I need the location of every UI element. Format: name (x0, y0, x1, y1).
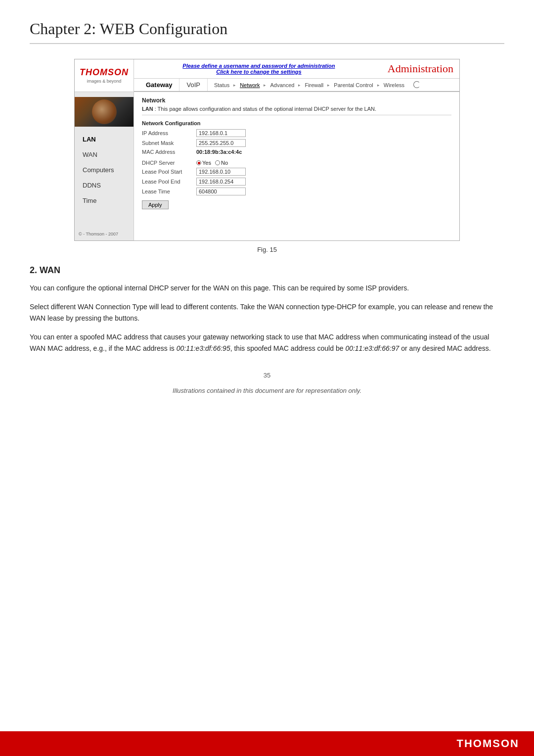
thomson-logo-area: THOMSON images & beyond (75, 59, 134, 92)
sidebar-avatar (92, 99, 117, 124)
nav-network[interactable]: Network (238, 82, 261, 88)
nav-advanced[interactable]: Advanced (268, 82, 296, 88)
thomson-logo-sub: images & beyond (80, 79, 129, 84)
tab-gateway[interactable]: Gateway (139, 79, 179, 91)
dhcp-label: DHCP Server (142, 160, 196, 166)
sidebar-item-lan[interactable]: LAN (75, 132, 134, 147)
lease-start-input[interactable] (196, 168, 246, 176)
dhcp-yes-option[interactable]: Yes (196, 160, 211, 166)
nav-firewall[interactable]: Firewall (303, 82, 325, 88)
admin-banner: Please define a username and password fo… (134, 59, 459, 79)
config-row-lease-start: Lease Pool Start (142, 168, 451, 176)
mac-italic-2: 00:11:e3:df:66:97 (345, 344, 399, 352)
nav-status[interactable]: Status (213, 82, 231, 88)
dhcp-yes-radio[interactable] (196, 160, 201, 165)
sidebar-item-time[interactable]: Time (75, 193, 134, 208)
sidebar-item-ddns[interactable]: DDNS (75, 178, 134, 193)
nav-items: Status ▸ Network ▸ Advanced ▸ Firewall ▸… (213, 81, 422, 89)
nav-parental[interactable]: Parental Control (332, 82, 375, 88)
mac-italic-1: 00:11:e3:df:66:95 (177, 344, 230, 352)
dhcp-radio-group: Yes No (196, 160, 228, 166)
ip-address-label: IP Address (142, 130, 196, 136)
sidebar-item-computers[interactable]: Computers (75, 162, 134, 178)
bottom-bar: THOMSON (0, 731, 534, 756)
lease-time-label: Lease Time (142, 189, 196, 194)
thomson-header: THOMSON images & beyond Please define a … (75, 59, 459, 92)
section-wan-heading: 2. WAN (30, 265, 504, 276)
config-row-lease-time: Lease Time (142, 188, 451, 195)
admin-banner-text: Please define a username and password fo… (140, 63, 378, 75)
sidebar: LAN WAN Computers DDNS Time © - Thomson … (75, 92, 134, 240)
config-row-mac: MAC Address 00:18:9b:3a:c4:4c (142, 149, 451, 155)
tab-voip[interactable]: VoIP (179, 79, 207, 91)
thomson-logo: THOMSON (80, 67, 129, 78)
network-desc: LAN : This page allows configuration and… (142, 106, 451, 115)
screenshot-container: THOMSON images & beyond Please define a … (74, 59, 460, 241)
dhcp-yes-label: Yes (202, 160, 211, 166)
wan-paragraph-3: You can enter a spoofed MAC address that… (30, 331, 504, 354)
lease-end-input[interactable] (196, 178, 246, 186)
admin-title: Administration (378, 62, 453, 75)
gateway-nav-bar: Gateway VoIP Status ▸ Network ▸ Advanced… (134, 79, 459, 92)
refresh-icon[interactable] (410, 81, 422, 89)
subnet-mask-input[interactable] (196, 139, 246, 147)
lan-description: This page allows configuration and statu… (158, 106, 376, 112)
footer-note: Illustrations contained in this document… (30, 387, 504, 394)
bottom-thomson-logo: THOMSON (457, 737, 519, 750)
chapter-title: Chapter 2: WEB Configuration (30, 20, 504, 44)
network-config-title: Network Configuration (142, 120, 451, 126)
apply-button-wrapper: Apply (142, 198, 451, 209)
mac-address-value: 00:18:9b:3a:c4:4c (196, 149, 242, 155)
config-row-ip: IP Address (142, 129, 451, 137)
admin-banner-link[interactable]: Click here to change the settings (216, 69, 301, 75)
fig-caption: Fig. 15 (30, 246, 504, 253)
mac-address-label: MAC Address (142, 149, 196, 155)
lan-label: LAN (142, 106, 153, 112)
lease-end-label: Lease Pool End (142, 179, 196, 185)
sidebar-item-wan[interactable]: WAN (75, 147, 134, 162)
wan-paragraph-2: Select different WAN Connection Type wil… (30, 301, 504, 324)
sidebar-image (75, 97, 134, 127)
page-number: 35 (30, 362, 504, 384)
nav-wireless[interactable]: Wireless (382, 82, 406, 88)
subnet-mask-label: Subnet Mask (142, 140, 196, 146)
dhcp-no-radio[interactable] (215, 160, 220, 165)
dhcp-no-option[interactable]: No (215, 160, 228, 166)
config-row-subnet: Subnet Mask (142, 139, 451, 147)
ui-main: LAN WAN Computers DDNS Time © - Thomson … (75, 92, 459, 240)
lease-start-label: Lease Pool Start (142, 169, 196, 175)
config-table: IP Address Subnet Mask MAC Address 00:18… (142, 129, 451, 155)
lease-time-input[interactable] (196, 188, 246, 195)
dhcp-no-label: No (221, 160, 228, 166)
config-row-dhcp: DHCP Server Yes No (142, 160, 451, 166)
network-section-title: Network (142, 97, 451, 104)
ip-address-input[interactable] (196, 129, 246, 137)
apply-button[interactable]: Apply (142, 200, 169, 209)
content-area: Network LAN : This page allows configura… (134, 92, 459, 240)
config-row-lease-end: Lease Pool End (142, 178, 451, 186)
wan-paragraph-1: You can configure the optional internal … (30, 283, 504, 293)
sidebar-copyright: © - Thomson - 2007 (79, 232, 118, 236)
